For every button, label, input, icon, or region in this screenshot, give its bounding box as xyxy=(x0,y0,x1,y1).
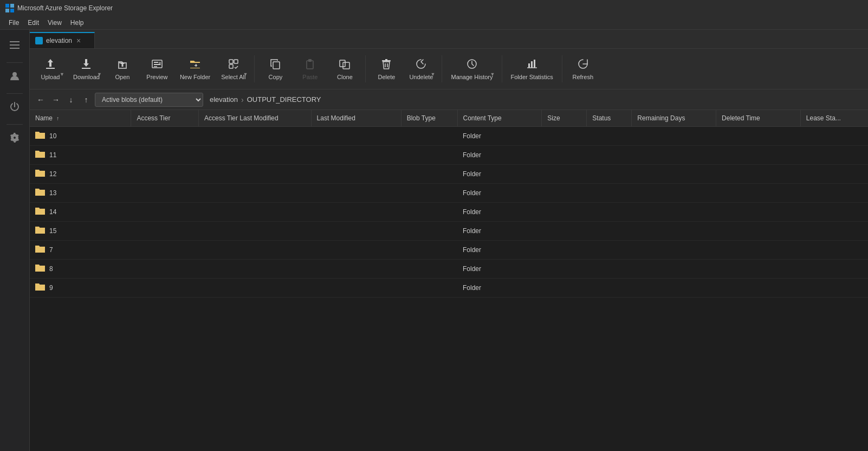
clone-button[interactable]: Clone xyxy=(328,51,361,87)
select-all-arrow-icon: ▼ xyxy=(243,72,248,77)
tab-icon xyxy=(35,37,43,44)
tab-close-button[interactable]: × xyxy=(76,37,81,44)
table-row[interactable]: 7 Folder xyxy=(30,241,868,260)
folder-icon xyxy=(35,263,45,274)
cell-status xyxy=(587,241,632,260)
cell-access_tier xyxy=(131,241,199,260)
cell-remaining_days xyxy=(632,241,716,260)
preview-button[interactable]: Preview xyxy=(141,51,173,87)
table-row[interactable]: 13 Folder xyxy=(30,184,868,203)
cell-access_tier xyxy=(131,222,199,241)
svg-point-7 xyxy=(12,72,17,76)
cell-status xyxy=(587,165,632,184)
cell-size xyxy=(542,146,587,165)
cell-name-text: 9 xyxy=(49,284,53,292)
new-folder-button[interactable]: New Folder xyxy=(176,51,215,87)
download-button[interactable]: Download ▼ xyxy=(69,51,104,87)
select-all-button[interactable]: Select All ▼ xyxy=(217,51,250,87)
table-row[interactable]: 12 Folder xyxy=(30,165,868,184)
nav-down-button[interactable]: ↓ xyxy=(64,93,77,106)
upload-button[interactable]: Upload ▼ xyxy=(34,51,67,87)
table-row[interactable]: 14 Folder xyxy=(30,203,868,222)
svg-rect-9 xyxy=(82,68,90,69)
toolbar-sep-5 xyxy=(562,55,562,82)
table-row[interactable]: 11 Folder xyxy=(30,146,868,165)
menu-view[interactable]: View xyxy=(43,18,66,28)
cell-lease xyxy=(800,279,868,298)
folder-statistics-button[interactable]: Folder Statistics xyxy=(507,51,558,87)
cell-blob_type xyxy=(401,184,457,203)
preview-label: Preview xyxy=(146,74,167,80)
menu-file[interactable]: File xyxy=(4,18,23,28)
sidebar-power-icon[interactable] xyxy=(5,97,24,117)
svg-rect-18 xyxy=(234,60,238,63)
nav-back-button[interactable]: ← xyxy=(34,93,47,106)
menu-edit[interactable]: Edit xyxy=(23,18,43,28)
cell-blob_type xyxy=(401,127,457,146)
cell-content_type: Folder xyxy=(457,260,542,279)
file-table-container: Name ↑ Access Tier Access Tier Last Modi… xyxy=(30,110,868,451)
breadcrumb-sep: › xyxy=(241,95,244,104)
col-header-access-tier[interactable]: Access Tier xyxy=(131,110,199,127)
cell-size xyxy=(542,165,587,184)
sidebar-nav-icon[interactable] xyxy=(5,35,24,55)
table-row[interactable]: 8 Folder xyxy=(30,260,868,279)
col-header-lease[interactable]: Lease Sta... xyxy=(800,110,868,127)
nav-up-button[interactable]: ↑ xyxy=(80,93,93,106)
cell-access_tier xyxy=(131,184,199,203)
col-header-size[interactable]: Size xyxy=(542,110,587,127)
undelete-label: Undelete xyxy=(409,74,433,80)
col-header-access-tier-modified[interactable]: Access Tier Last Modified xyxy=(198,110,311,127)
cell-deleted_time xyxy=(716,127,801,146)
clone-label: Clone xyxy=(337,74,353,80)
nav-forward-button[interactable]: → xyxy=(49,93,62,106)
cell-content_type: Folder xyxy=(457,127,542,146)
col-header-name[interactable]: Name ↑ xyxy=(30,110,131,127)
sidebar-settings-icon[interactable] xyxy=(5,128,24,147)
table-row[interactable]: 10 Folder xyxy=(30,127,868,146)
refresh-button[interactable]: Refresh xyxy=(567,51,599,87)
table-row[interactable]: 9 Folder xyxy=(30,279,868,298)
nav-bar: ← → ↓ ↑ Active blobs (default) Deleted b… xyxy=(30,89,868,110)
col-header-remaining-days[interactable]: Remaining Days xyxy=(632,110,716,127)
delete-button[interactable]: Delete xyxy=(370,51,403,87)
tab-elevation[interactable]: elevation × xyxy=(30,32,95,48)
svg-rect-19 xyxy=(229,65,233,68)
svg-rect-0 xyxy=(5,4,9,8)
col-header-status[interactable]: Status xyxy=(587,110,632,127)
cell-content_type: Folder xyxy=(457,241,542,260)
col-header-last-modified[interactable]: Last Modified xyxy=(311,110,401,127)
paste-button[interactable]: Paste xyxy=(294,51,326,87)
sidebar-account-icon[interactable] xyxy=(5,66,24,86)
cell-lease xyxy=(800,165,868,184)
file-table: Name ↑ Access Tier Access Tier Last Modi… xyxy=(30,110,868,298)
open-button[interactable]: Open xyxy=(106,51,139,87)
cell-last_modified xyxy=(311,146,401,165)
breadcrumb-output-directory[interactable]: OUTPUT_DIRECTORY xyxy=(247,95,321,104)
table-row[interactable]: 15 Folder xyxy=(30,222,868,241)
cell-last_modified xyxy=(311,127,401,146)
content-area: elevation × Upload ▼ xyxy=(30,30,868,451)
manage-history-button[interactable]: Manage History ▼ xyxy=(446,51,497,87)
table-header-row: Name ↑ Access Tier Access Tier Last Modi… xyxy=(30,110,868,127)
toolbar: Upload ▼ Download ▼ xyxy=(30,49,868,89)
col-header-blob-type[interactable]: Blob Type xyxy=(401,110,457,127)
cell-last_modified xyxy=(311,260,401,279)
blob-filter-dropdown[interactable]: Active blobs (default) Deleted blobs Sna… xyxy=(95,93,203,107)
col-header-deleted-time[interactable]: Deleted Time xyxy=(716,110,801,127)
cell-size xyxy=(542,184,587,203)
breadcrumb-elevation[interactable]: elevation xyxy=(210,95,238,104)
col-header-content-type[interactable]: Content Type xyxy=(457,110,542,127)
undelete-button[interactable]: Undelete ▼ xyxy=(405,51,437,87)
copy-button[interactable]: Copy xyxy=(259,51,292,87)
cell-access_tier_modified xyxy=(198,127,311,146)
cell-remaining_days xyxy=(632,222,716,241)
app-title: Microsoft Azure Storage Explorer xyxy=(17,4,113,12)
svg-rect-5 xyxy=(10,44,20,46)
undelete-arrow-icon: ▼ xyxy=(431,72,436,77)
cell-deleted_time xyxy=(716,165,801,184)
cell-lease xyxy=(800,222,868,241)
menu-help[interactable]: Help xyxy=(66,18,88,28)
table-body: 10 Folder 11 Folder 12 Folder xyxy=(30,127,868,298)
cell-name-text: 11 xyxy=(49,151,56,159)
